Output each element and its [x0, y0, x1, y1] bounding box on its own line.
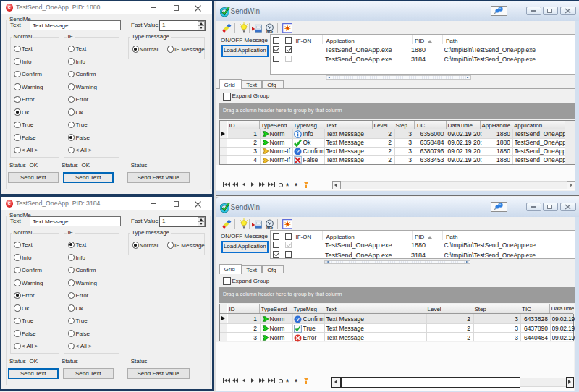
svg-text:?: ? — [296, 148, 300, 155]
svg-text:MS: MS — [266, 29, 273, 33]
svg-text:MS: MS — [266, 225, 273, 229]
svg-text:?: ? — [296, 316, 300, 323]
